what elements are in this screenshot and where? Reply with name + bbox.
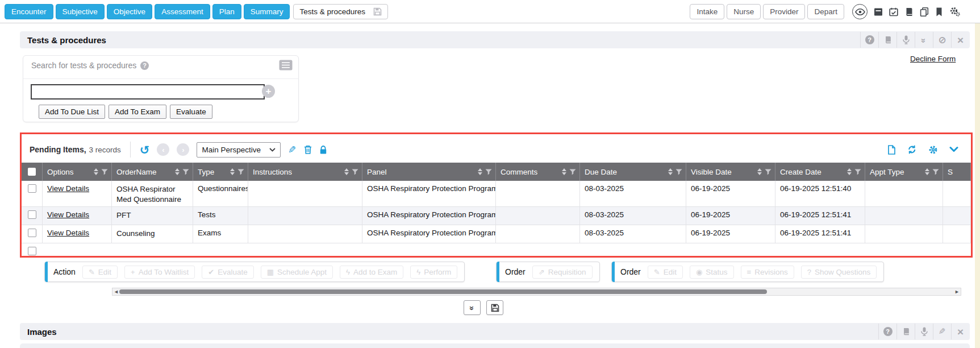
view-details-link[interactable]: View Details: [47, 229, 89, 237]
active-tab-group[interactable]: Tests & procedures: [293, 4, 388, 19]
column-header-options[interactable]: Options: [43, 163, 112, 181]
sort-icon[interactable]: [562, 168, 566, 175]
sort-icon[interactable]: [925, 168, 929, 175]
requisition-button[interactable]: ⇗Requisition: [532, 266, 593, 279]
mic-icon[interactable]: [915, 324, 933, 339]
pencil-icon[interactable]: ✎: [933, 324, 951, 339]
filter-icon[interactable]: [352, 169, 358, 175]
sort-icon[interactable]: [344, 168, 349, 175]
gears-icon[interactable]: [949, 7, 960, 16]
prev-icon[interactable]: ‹: [157, 143, 169, 156]
bookmark-icon[interactable]: [935, 7, 943, 16]
collapse-icon[interactable]: [949, 146, 958, 153]
sort-icon[interactable]: [478, 168, 482, 175]
filter-icon[interactable]: [569, 169, 576, 175]
scrollbar-thumb[interactable]: [119, 289, 767, 294]
show-questions-button[interactable]: ?Show Questions: [801, 266, 877, 279]
perform-button[interactable]: ϟPerform: [410, 266, 457, 279]
calendar-check-icon[interactable]: [889, 7, 898, 16]
column-header-ordername[interactable]: OrderName: [112, 163, 193, 181]
tab-summary[interactable]: Summary: [244, 4, 290, 19]
column-header-panel[interactable]: Panel: [362, 163, 496, 181]
refresh-icon[interactable]: [907, 145, 917, 154]
tab-tests-procedures[interactable]: Tests & procedures: [299, 7, 365, 16]
filter-icon[interactable]: [182, 169, 189, 175]
slash-icon[interactable]: ⊘: [933, 32, 951, 48]
edit-perspective-icon[interactable]: ✎: [288, 144, 296, 156]
book-icon[interactable]: [904, 7, 914, 16]
help-icon[interactable]: ?: [140, 61, 149, 70]
select-all-checkbox[interactable]: [28, 168, 36, 176]
settings-icon[interactable]: [928, 145, 938, 155]
mic-icon[interactable]: [896, 32, 915, 48]
column-header-visible-date[interactable]: Visible Date: [686, 163, 775, 181]
sort-icon[interactable]: [757, 168, 762, 175]
tab-encounter[interactable]: Encounter: [5, 4, 53, 19]
stage-button-intake[interactable]: Intake: [690, 4, 724, 19]
tab-assessment[interactable]: Assessment: [155, 4, 210, 19]
row-checkbox[interactable]: [28, 210, 36, 219]
evaluate-button[interactable]: ✔Evaluate: [202, 266, 253, 279]
row-checkbox[interactable]: [28, 229, 36, 237]
help-icon[interactable]: ?: [860, 32, 878, 48]
column-header-appt-type[interactable]: Appt Type: [865, 163, 943, 181]
sort-icon[interactable]: [94, 168, 98, 175]
schedule-appt-button[interactable]: ▦Schedule Appt: [261, 266, 333, 279]
edit-button[interactable]: ✎Edit: [648, 266, 683, 279]
filter-icon[interactable]: [854, 169, 861, 175]
status-button[interactable]: ◉Status: [690, 266, 734, 279]
copy-icon[interactable]: [920, 7, 929, 16]
filter-icon[interactable]: [237, 169, 244, 175]
column-header-type[interactable]: Type: [193, 163, 248, 181]
add-icon[interactable]: +: [262, 85, 275, 98]
edit-button[interactable]: ✎Edit: [82, 266, 118, 279]
undo-icon[interactable]: ↺: [140, 144, 150, 156]
horizontal-scrollbar[interactable]: ◄ ►: [112, 288, 961, 296]
perspective-select[interactable]: Main Perspective: [197, 142, 281, 158]
save-form-icon[interactable]: [373, 7, 382, 16]
sort-icon[interactable]: [230, 168, 235, 175]
revisions-button[interactable]: ≡Revisions: [741, 266, 794, 279]
column-header-due-date[interactable]: Due Date: [580, 163, 686, 181]
tab-plan[interactable]: Plan: [212, 4, 241, 19]
next-icon[interactable]: ›: [177, 143, 189, 156]
close-icon[interactable]: ×: [951, 324, 969, 339]
column-header-instructions[interactable]: Instructions: [248, 163, 362, 181]
filter-icon[interactable]: [765, 169, 772, 175]
stage-button-provider[interactable]: Provider: [763, 4, 805, 19]
filter-icon[interactable]: [485, 169, 492, 175]
decline-form-link[interactable]: Decline Form: [910, 55, 956, 63]
view-details-link[interactable]: View Details: [47, 184, 89, 193]
add-to-exam-button[interactable]: ϟAdd to Exam: [340, 266, 403, 279]
tab-objective[interactable]: Objective: [107, 4, 152, 19]
view-details-link[interactable]: View Details: [47, 210, 89, 219]
book-icon[interactable]: [896, 324, 915, 339]
column-header-create-date[interactable]: Create Date: [775, 163, 865, 181]
search-input[interactable]: [31, 84, 265, 100]
lock-icon[interactable]: [319, 145, 327, 155]
scroll-left-icon[interactable]: ◄: [114, 289, 119, 295]
filter-icon[interactable]: [932, 169, 939, 175]
sort-icon[interactable]: [175, 168, 180, 175]
filter-icon[interactable]: [101, 169, 108, 175]
collapse-icon[interactable]: »: [915, 32, 933, 48]
add-to-waitlist-button[interactable]: +Add To Waitlist: [124, 266, 195, 279]
add-to-due-list-button[interactable]: Add To Due List: [39, 105, 105, 119]
tab-subjective[interactable]: Subjective: [56, 4, 105, 19]
eye-icon[interactable]: [852, 4, 868, 19]
list-icon[interactable]: [279, 60, 293, 73]
column-header-s[interactable]: S: [943, 163, 971, 181]
new-file-icon[interactable]: [887, 145, 896, 155]
sort-icon[interactable]: [668, 168, 673, 175]
archive-icon[interactable]: [874, 7, 883, 16]
column-header-comments[interactable]: Comments: [496, 163, 580, 181]
delete-perspective-icon[interactable]: [304, 145, 312, 154]
stage-button-depart[interactable]: Depart: [807, 4, 844, 19]
help-icon[interactable]: ?: [878, 324, 896, 339]
collapse-section-button[interactable]: »: [464, 300, 481, 315]
filter-icon[interactable]: [675, 169, 682, 175]
sort-icon[interactable]: [847, 168, 852, 175]
close-icon[interactable]: ×: [951, 32, 969, 48]
add-to-exam-button[interactable]: Add To Exam: [109, 105, 166, 119]
book-icon[interactable]: [878, 32, 896, 48]
